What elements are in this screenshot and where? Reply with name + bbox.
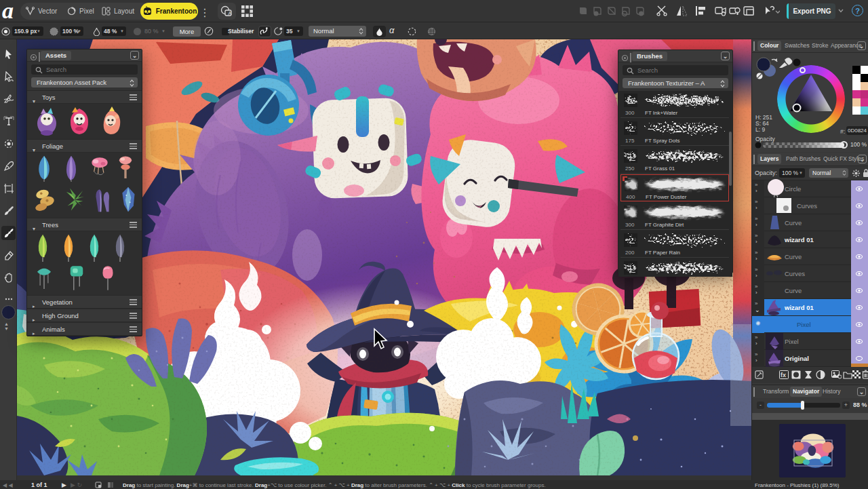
svg-text:fx: fx [781,372,786,378]
svg-text:A: A [229,11,232,16]
